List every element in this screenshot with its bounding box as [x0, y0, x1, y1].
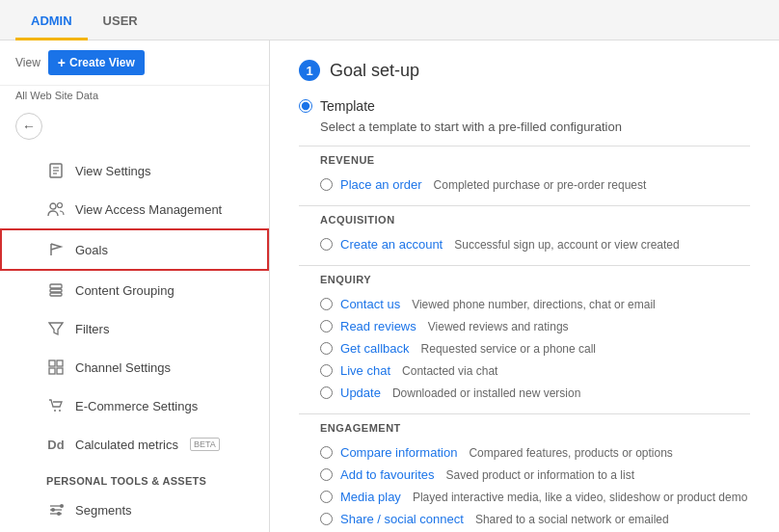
cart-icon [46, 396, 66, 415]
tab-user[interactable]: USER [88, 4, 153, 40]
get-callback-radio[interactable] [320, 342, 333, 355]
back-button[interactable]: ← [15, 113, 42, 140]
create-view-button[interactable]: + Create View [48, 50, 145, 75]
svg-point-5 [58, 203, 63, 208]
svg-point-14 [54, 410, 56, 412]
media-play-label: Media play [340, 490, 401, 504]
svg-point-21 [57, 512, 61, 516]
media-play-option[interactable]: Media play Played interactive media, lik… [299, 486, 750, 508]
compare-information-label: Compare information [340, 445, 457, 460]
step-badge: 1 [299, 60, 320, 81]
sidebar-item-channel-settings[interactable]: Channel Settings [0, 348, 269, 386]
enquiry-divider [299, 265, 750, 266]
acquisition-divider [299, 205, 750, 206]
doc-icon [46, 161, 66, 180]
goal-setup-header: 1 Goal set-up [299, 60, 750, 81]
sidebar-item-view-access-management[interactable]: View Access Management [0, 190, 269, 228]
template-radio-input[interactable] [299, 99, 312, 113]
create-view-label: Create View [69, 56, 135, 69]
goals-label: Goals [75, 243, 108, 257]
read-reviews-desc: Viewed reviews and ratings [428, 320, 569, 333]
enquiry-category-label: ENQUIRY [320, 274, 750, 285]
live-chat-radio[interactable] [320, 364, 333, 377]
plus-icon: + [58, 55, 66, 70]
create-an-account-label: Create an account [340, 237, 443, 252]
people-icon [46, 200, 66, 219]
svg-point-19 [60, 504, 64, 508]
read-reviews-option[interactable]: Read reviews Viewed reviews and ratings [299, 315, 750, 337]
live-chat-desc: Contacted via chat [402, 364, 497, 378]
svg-rect-10 [49, 360, 55, 366]
place-an-order-label: Place an order [340, 177, 422, 192]
live-chat-option[interactable]: Live chat Contacted via chat [299, 359, 750, 382]
update-option[interactable]: Update Downloaded or installed new versi… [299, 382, 750, 404]
sidebar-item-goals[interactable]: Goals [0, 228, 269, 271]
create-an-account-option[interactable]: Create an account Successful sign up, ac… [299, 233, 750, 255]
compare-information-radio[interactable] [320, 446, 333, 459]
svg-marker-9 [49, 323, 63, 334]
sidebar-item-ecommerce-settings[interactable]: E-Commerce Settings [0, 386, 269, 425]
view-settings-label: View Settings [75, 164, 151, 178]
svg-rect-12 [49, 368, 55, 374]
engagement-category-label: ENGAGEMENT [320, 422, 750, 434]
compare-information-desc: Compared features, products or options [469, 446, 672, 460]
sidebar-item-view-settings[interactable]: View Settings [0, 151, 269, 190]
engagement-divider [299, 413, 750, 414]
read-reviews-label: Read reviews [340, 319, 416, 333]
share-social-connect-option[interactable]: Share / social connect Shared to a socia… [299, 508, 750, 530]
layers-icon [46, 280, 66, 300]
sidebar-item-content-grouping[interactable]: Content Grouping [0, 271, 269, 309]
svg-rect-11 [57, 360, 63, 366]
dd-icon: Dd [46, 435, 66, 454]
update-radio[interactable] [320, 386, 333, 399]
contact-us-radio[interactable] [320, 298, 333, 310]
contact-us-label: Contact us [340, 297, 400, 311]
view-bar: View + Create View [0, 40, 269, 86]
get-callback-option[interactable]: Get callback Requested service or a phon… [299, 337, 750, 359]
svg-point-4 [50, 203, 56, 209]
channel-settings-label: Channel Settings [75, 360, 171, 375]
revenue-divider [299, 146, 750, 146]
share-social-connect-label: Share / social connect [340, 512, 464, 526]
segments-label: Segments [75, 503, 132, 518]
tab-admin[interactable]: ADMIN [15, 4, 88, 40]
update-label: Update [340, 386, 381, 400]
template-radio-option[interactable]: Template [299, 98, 750, 114]
share-social-connect-radio[interactable] [320, 513, 333, 525]
svg-point-20 [51, 508, 55, 512]
main-layout: View + Create View All Web Site Data ← V… [0, 40, 779, 532]
site-data-label: All Web Site Data [0, 86, 269, 109]
content-area: 1 Goal set-up Template Select a template… [270, 40, 779, 532]
filter-icon [46, 319, 66, 338]
media-play-radio[interactable] [320, 491, 333, 503]
place-an-order-radio[interactable] [320, 178, 333, 191]
create-an-account-desc: Successful sign up, account or view crea… [454, 238, 679, 252]
nav-items: View Settings View Access Management Goa… [0, 147, 269, 532]
add-to-favourites-radio[interactable] [320, 468, 333, 481]
header-tabs: ADMIN USER [0, 0, 779, 40]
flag-icon [46, 240, 66, 259]
create-an-account-radio[interactable] [320, 238, 333, 251]
svg-point-15 [59, 410, 61, 412]
add-to-favourites-label: Add to favourites [340, 467, 435, 482]
add-to-favourites-option[interactable]: Add to favourites Saved product or infor… [299, 464, 750, 486]
place-an-order-option[interactable]: Place an order Completed purchase or pre… [299, 173, 750, 196]
sidebar-item-segments[interactable]: Segments [0, 491, 269, 529]
beta-badge: BETA [190, 438, 220, 451]
content-grouping-label: Content Grouping [75, 283, 175, 298]
get-callback-desc: Requested service or a phone call [421, 342, 596, 356]
grid-icon [46, 358, 66, 377]
contact-us-option[interactable]: Contact us Viewed phone number, directio… [299, 293, 750, 315]
read-reviews-radio[interactable] [320, 320, 333, 332]
svg-rect-6 [50, 284, 62, 288]
sidebar-item-filters[interactable]: Filters [0, 309, 269, 348]
ecommerce-settings-label: E-Commerce Settings [75, 399, 198, 413]
svg-rect-13 [57, 368, 63, 374]
sidebar-item-calculated-metrics[interactable]: Dd Calculated metrics BETA [0, 425, 269, 464]
segments-icon [46, 500, 66, 519]
filters-label: Filters [75, 322, 109, 336]
acquisition-category-label: ACQUISITION [320, 214, 750, 226]
sidebar: View + Create View All Web Site Data ← V… [0, 40, 270, 532]
compare-information-option[interactable]: Compare information Compared features, p… [299, 441, 750, 464]
view-access-management-label: View Access Management [75, 202, 222, 217]
